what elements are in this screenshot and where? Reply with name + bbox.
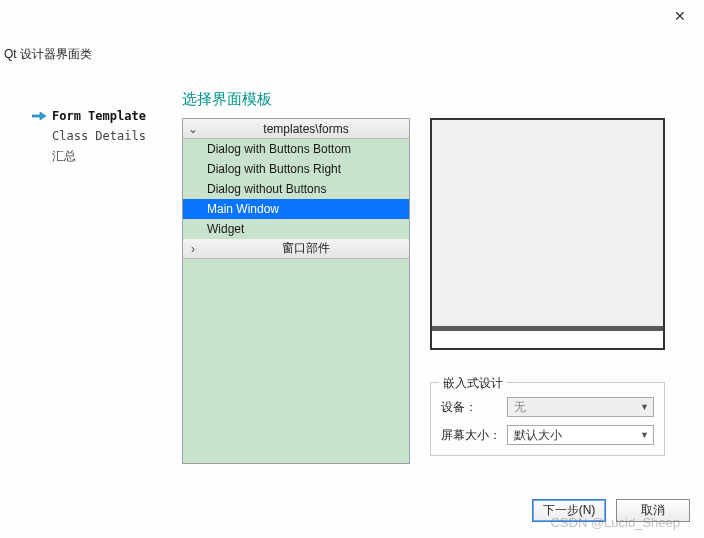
chevron-right-icon: ›	[183, 242, 203, 256]
tree-group-forms[interactable]: ⌄ templates\forms	[183, 119, 409, 139]
tree-group-widgets[interactable]: › 窗口部件	[183, 239, 409, 259]
tree-item[interactable]: Dialog with Buttons Right	[183, 159, 409, 179]
step-class-details[interactable]: Class Details	[30, 126, 160, 146]
preview-statusbar	[432, 326, 663, 348]
device-label: 设备：	[441, 399, 501, 416]
arrow-right-icon	[30, 111, 48, 121]
chevron-down-icon: ⌄	[183, 122, 203, 136]
button-label: 取消	[641, 502, 665, 519]
button-label: 下一步(N)	[543, 502, 596, 519]
template-tree: ⌄ templates\forms Dialog with Buttons Bo…	[182, 118, 410, 464]
chevron-down-icon: ▼	[640, 430, 649, 440]
wizard-steps: Form Template Class Details 汇总	[30, 106, 160, 166]
tree-group-label: templates\forms	[203, 122, 409, 136]
chevron-down-icon: ▼	[640, 402, 649, 412]
page-title: Qt 设计器界面类	[4, 46, 92, 63]
tree-item[interactable]: Widget	[183, 219, 409, 239]
tree-group-label: 窗口部件	[203, 240, 409, 257]
cancel-button[interactable]: 取消	[616, 499, 690, 522]
screen-size-combo[interactable]: 默认大小 ▼	[507, 425, 654, 445]
screen-size-label: 屏幕大小：	[441, 427, 501, 444]
tree-item-selected[interactable]: Main Window	[183, 199, 409, 219]
section-heading: 选择界面模板	[182, 90, 272, 109]
tree-item[interactable]: Dialog with Buttons Bottom	[183, 139, 409, 159]
step-summary[interactable]: 汇总	[30, 146, 160, 166]
combo-value: 无	[514, 399, 526, 416]
step-form-template[interactable]: Form Template	[30, 106, 160, 126]
combo-value: 默认大小	[514, 427, 562, 444]
preview-pane	[430, 118, 665, 350]
step-label: 汇总	[52, 148, 76, 165]
step-label: Class Details	[52, 129, 146, 143]
embedded-design-group: 嵌入式设计 设备： 无 ▼ 屏幕大小： 默认大小 ▼	[430, 382, 665, 456]
group-legend: 嵌入式设计	[439, 375, 507, 392]
tree-item[interactable]: Dialog without Buttons	[183, 179, 409, 199]
next-button[interactable]: 下一步(N)	[532, 499, 606, 522]
step-label: Form Template	[52, 109, 146, 123]
dialog-buttons: 下一步(N) 取消	[532, 499, 690, 522]
device-combo[interactable]: 无 ▼	[507, 397, 654, 417]
close-icon[interactable]: ✕	[674, 8, 686, 24]
